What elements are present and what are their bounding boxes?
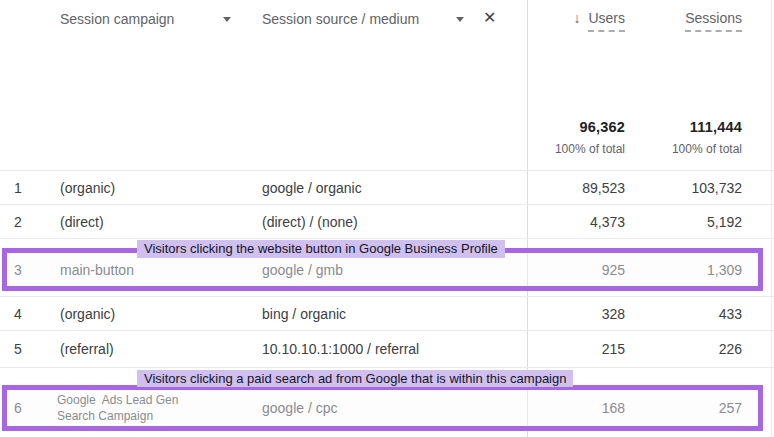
table-row: 5 (referral) 10.10.10.1:1000 / referral … [0, 331, 774, 367]
totals-sessions-percent: 100% of total [572, 142, 742, 156]
cell-users: 89,523 [531, 180, 625, 196]
cell-session-campaign: (organic) [60, 306, 115, 322]
header-sessions-label[interactable]: Sessions [685, 10, 742, 32]
cell-session-campaign: (direct) [60, 214, 104, 230]
cell-session-campaign: (referral) [60, 341, 114, 357]
header-session-source-medium[interactable]: Session source / medium [262, 11, 419, 27]
table-row: 1 (organic) google / organic 89,523 103,… [0, 171, 774, 204]
table-row-highlighted: 6 Google Ads Lead Gen Search Campaign go… [0, 390, 774, 426]
header-sessions[interactable]: Sessions [572, 10, 742, 26]
cell-users: 925 [531, 262, 625, 278]
cell-session-campaign: (organic) [60, 180, 115, 196]
row-index: 2 [14, 214, 22, 230]
row-divider [0, 238, 774, 239]
cell-users: 4,373 [531, 214, 625, 230]
row-index: 6 [14, 400, 22, 416]
cell-source-medium: bing / organic [262, 306, 346, 322]
chevron-down-icon[interactable] [223, 17, 231, 22]
cell-source-medium: google / organic [262, 180, 362, 196]
cell-source-medium: 10.10.10.1:1000 / referral [262, 341, 419, 357]
totals-sessions-value: 111,444 [572, 119, 742, 135]
cell-sessions: 1,309 [638, 262, 742, 278]
cell-source-medium: (direct) / (none) [262, 214, 358, 230]
row-index: 3 [14, 262, 22, 278]
cell-sessions: 433 [638, 306, 742, 322]
table-row: 2 (direct) (direct) / (none) 4,373 5,192 [0, 205, 774, 238]
annotation-label-cpc: Visitors clicking a paid search ad from … [137, 370, 573, 387]
cell-session-campaign: main-button [60, 262, 134, 278]
cell-users: 168 [531, 400, 625, 416]
cell-sessions: 226 [638, 341, 742, 357]
cell-users: 328 [531, 306, 625, 322]
cell-sessions: 103,732 [638, 180, 742, 196]
row-index: 5 [14, 341, 22, 357]
cell-source-medium: google / gmb [262, 262, 343, 278]
row-divider [0, 367, 774, 368]
row-index: 1 [14, 180, 22, 196]
analytics-table: Session campaign Session source / medium… [0, 0, 774, 437]
row-index: 4 [14, 306, 22, 322]
totals-sessions: 111,444 100% of total [572, 119, 742, 156]
cell-sessions: 5,192 [638, 214, 742, 230]
table-row: 4 (organic) bing / organic 328 433 [0, 297, 774, 330]
cell-session-campaign: Google Ads Lead Gen Search Campaign [57, 392, 257, 424]
cell-source-medium: google / cpc [262, 400, 338, 416]
cell-sessions: 257 [638, 400, 742, 416]
header-session-campaign[interactable]: Session campaign [60, 11, 174, 27]
annotation-label-gmb: Visitors clicking the website button in … [137, 240, 505, 258]
cell-users: 215 [531, 341, 625, 357]
